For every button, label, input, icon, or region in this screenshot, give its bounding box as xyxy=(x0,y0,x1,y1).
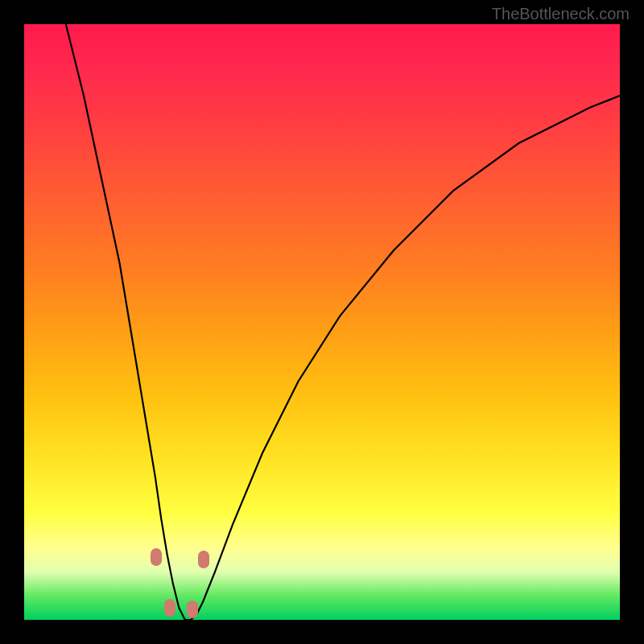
chart-plot-area xyxy=(24,24,620,620)
curve-marker xyxy=(151,548,162,566)
curve-marker xyxy=(164,599,175,617)
bottleneck-curve xyxy=(24,24,620,620)
watermark-text: TheBottleneck.com xyxy=(492,5,630,23)
curve-marker xyxy=(198,551,209,568)
curve-marker xyxy=(187,601,198,618)
